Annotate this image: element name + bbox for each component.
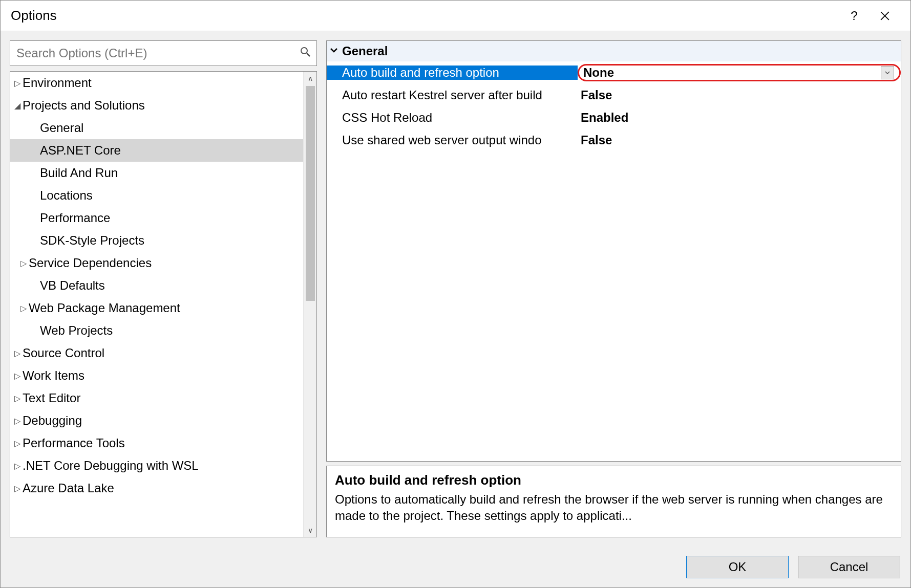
grid-row-value[interactable]: None bbox=[578, 64, 901, 81]
tree-item[interactable]: General bbox=[10, 117, 303, 139]
tree-item-label: .NET Core Debugging with WSL bbox=[23, 459, 199, 473]
tree-item[interactable]: ▷Web Package Management bbox=[10, 297, 303, 319]
description-title: Auto build and refresh option bbox=[335, 472, 893, 488]
grid-row-value[interactable]: False bbox=[578, 133, 901, 147]
grid-row-label: Use shared web server output windo bbox=[327, 133, 578, 147]
options-tree: ▷Environment◢Projects and SolutionsGener… bbox=[10, 71, 317, 537]
search-icon bbox=[300, 47, 310, 60]
tree-item[interactable]: Performance bbox=[10, 207, 303, 229]
tree-item[interactable]: Web Projects bbox=[10, 319, 303, 342]
tree-item-label: Source Control bbox=[23, 346, 104, 360]
search-input[interactable] bbox=[16, 46, 300, 60]
grid-row-label: Auto build and refresh option bbox=[327, 66, 578, 80]
window-title: Options bbox=[11, 8, 57, 24]
description-body: Options to automatically build and refre… bbox=[335, 491, 893, 525]
tree-scrollbar[interactable]: ∧ ∨ bbox=[303, 72, 316, 537]
dialog-footer: OK Cancel bbox=[1, 547, 910, 587]
tree-item[interactable]: Locations bbox=[10, 184, 303, 207]
tree-item[interactable]: ▷Azure Data Lake bbox=[10, 477, 303, 499]
tree-item[interactable]: ▷.NET Core Debugging with WSL bbox=[10, 454, 303, 477]
scroll-down-icon[interactable]: ∨ bbox=[308, 524, 313, 537]
search-box[interactable] bbox=[10, 40, 317, 66]
grid-row-label: CSS Hot Reload bbox=[327, 111, 578, 125]
scroll-up-icon[interactable]: ∧ bbox=[308, 72, 313, 85]
tree-item[interactable]: ▷Work Items bbox=[10, 364, 303, 387]
expand-closed-icon[interactable]: ▷ bbox=[19, 258, 28, 268]
tree-item-label: Work Items bbox=[23, 368, 84, 383]
cancel-button[interactable]: Cancel bbox=[798, 556, 900, 578]
tree-item-label: General bbox=[29, 121, 83, 135]
tree-item-label: ASP.NET Core bbox=[29, 143, 121, 158]
svg-point-2 bbox=[301, 48, 307, 54]
tree-item-label: Web Package Management bbox=[29, 301, 180, 315]
tree-item[interactable]: ◢Projects and Solutions bbox=[10, 94, 303, 117]
svg-line-3 bbox=[307, 53, 310, 56]
tree-item-label: Locations bbox=[29, 188, 93, 203]
grid-section-header[interactable]: General bbox=[327, 41, 901, 61]
expand-closed-icon[interactable]: ▷ bbox=[13, 371, 22, 381]
tree-item[interactable]: ▷Source Control bbox=[10, 342, 303, 364]
expand-closed-icon[interactable]: ▷ bbox=[13, 349, 22, 358]
expand-closed-icon[interactable]: ▷ bbox=[13, 461, 22, 471]
expand-closed-icon[interactable]: ▷ bbox=[13, 394, 22, 403]
titlebar: Options ? bbox=[1, 1, 910, 31]
grid-row[interactable]: Auto restart Kestrel server after buildF… bbox=[327, 84, 901, 106]
tree-item-label: VB Defaults bbox=[29, 278, 105, 293]
close-icon bbox=[880, 11, 889, 20]
tree-item-label: Performance Tools bbox=[23, 436, 125, 450]
tree-item-label: Debugging bbox=[23, 413, 82, 428]
grid-value-text: False bbox=[581, 133, 612, 147]
grid-row-label: Auto restart Kestrel server after build bbox=[327, 88, 578, 102]
ok-button[interactable]: OK bbox=[686, 556, 789, 578]
grid-section-label: General bbox=[342, 44, 388, 58]
grid-value-text: Enabled bbox=[581, 111, 628, 124]
tree-item-label: Web Projects bbox=[29, 323, 113, 338]
grid-row[interactable]: Auto build and refresh optionNone bbox=[327, 61, 901, 84]
expand-closed-icon[interactable]: ▷ bbox=[19, 303, 28, 313]
grid-row[interactable]: Use shared web server output windoFalse bbox=[327, 129, 901, 151]
tree-item-label: Environment bbox=[23, 76, 92, 90]
tree-item[interactable]: ▷Environment bbox=[10, 72, 303, 94]
tree-item-label: Service Dependencies bbox=[29, 256, 152, 270]
tree-item-label: Text Editor bbox=[23, 391, 80, 405]
tree-item[interactable]: VB Defaults bbox=[10, 274, 303, 297]
scroll-thumb[interactable] bbox=[306, 86, 315, 301]
tree-item-label: Build And Run bbox=[29, 166, 118, 180]
tree-item-label: Azure Data Lake bbox=[23, 481, 114, 495]
help-button[interactable]: ? bbox=[839, 1, 870, 31]
chevron-down-icon bbox=[885, 71, 890, 74]
close-button[interactable] bbox=[870, 1, 900, 31]
expand-closed-icon[interactable]: ▷ bbox=[13, 439, 22, 448]
tree-item[interactable]: SDK-Style Projects bbox=[10, 229, 303, 252]
tree-item-label: SDK-Style Projects bbox=[29, 233, 144, 248]
dropdown-button[interactable] bbox=[881, 66, 894, 79]
property-grid: General Auto build and refresh optionNon… bbox=[326, 40, 901, 462]
tree-item[interactable]: ▷Debugging bbox=[10, 409, 303, 432]
expand-closed-icon[interactable]: ▷ bbox=[13, 78, 22, 88]
tree-item[interactable]: ▷Text Editor bbox=[10, 387, 303, 409]
tree-item[interactable]: Build And Run bbox=[10, 162, 303, 184]
tree-item-label: Projects and Solutions bbox=[23, 98, 145, 113]
options-dialog: Options ? ▷Environment◢Projects and Solu… bbox=[0, 0, 911, 588]
grid-value-text: None bbox=[583, 66, 614, 79]
grid-row[interactable]: CSS Hot ReloadEnabled bbox=[327, 106, 901, 129]
tree-item[interactable]: ▷Service Dependencies bbox=[10, 252, 303, 274]
grid-row-value[interactable]: False bbox=[578, 88, 901, 102]
tree-item-label: Performance bbox=[29, 211, 110, 225]
grid-value-text: False bbox=[581, 88, 612, 102]
tree-item[interactable]: ▷Performance Tools bbox=[10, 432, 303, 454]
description-panel: Auto build and refresh option Options to… bbox=[326, 466, 901, 537]
expand-closed-icon[interactable]: ▷ bbox=[13, 416, 22, 426]
expand-open-icon[interactable]: ◢ bbox=[13, 101, 22, 111]
grid-row-value[interactable]: Enabled bbox=[578, 111, 901, 125]
chevron-down-icon bbox=[330, 46, 342, 57]
expand-closed-icon[interactable]: ▷ bbox=[13, 484, 22, 493]
tree-item[interactable]: ASP.NET Core bbox=[10, 139, 303, 162]
